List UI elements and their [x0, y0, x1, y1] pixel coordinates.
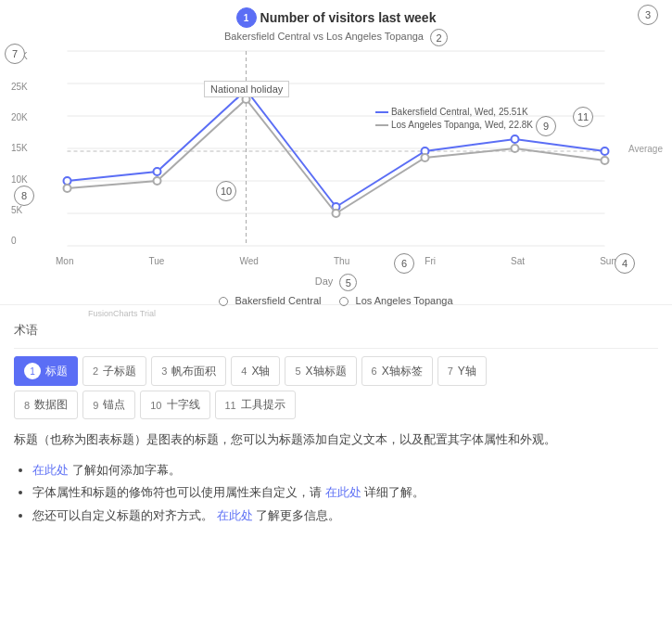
x-tue: Tue — [149, 256, 165, 266]
tab-11-num: 11 — [225, 400, 236, 411]
tab-3-label: 帆布面积 — [171, 364, 216, 379]
svg-point-16 — [64, 185, 71, 192]
tab-4-label: X轴 — [251, 364, 270, 379]
tab-5-num: 5 — [295, 365, 300, 377]
y-label-20k: 20K — [11, 112, 28, 122]
bottom-section: 术语 1 标题 2 子标题 3 帆布面积 4 X轴 5 X轴标题 6 X轴标签 … — [0, 313, 672, 537]
section-title: 术语 — [14, 322, 658, 339]
chart-legend: Bakersfield Central Los Angeles Topanga — [0, 295, 672, 306]
tab-6-label: X轴标签 — [382, 364, 423, 379]
bullet-1-text: 了解如何添加字幕。 — [72, 463, 181, 477]
chart-svg — [56, 51, 616, 246]
svg-point-19 — [333, 210, 340, 217]
tab-8-label: 数据图 — [34, 397, 68, 413]
chart-subtitle: Bakersfield Central vs Los Angeles Topan… — [224, 31, 424, 42]
badge-7: 7 — [5, 44, 25, 64]
tab-10[interactable]: 10 十字线 — [140, 391, 209, 419]
fusion-trial: FusionCharts Trial — [0, 309, 672, 318]
tab-2-label: 子标题 — [103, 364, 136, 379]
tab-6-num: 6 — [372, 365, 377, 377]
tab-9-num: 9 — [93, 400, 98, 411]
bullet-2-suffix: 详细了解。 — [364, 485, 425, 499]
tab-1-badge: 1 — [24, 363, 41, 379]
svg-point-9 — [64, 177, 71, 185]
tab-7[interactable]: 7 Y轴 — [437, 356, 487, 386]
tab-11-label: 工具提示 — [241, 397, 285, 413]
svg-point-21 — [512, 145, 519, 152]
svg-point-10 — [154, 168, 161, 175]
svg-point-20 — [422, 154, 429, 161]
y-label-15k: 15K — [11, 143, 28, 153]
tab-10-label: 十字线 — [167, 397, 200, 413]
tab-2[interactable]: 2 子标题 — [82, 356, 146, 386]
tab-8[interactable]: 8 数据图 — [14, 391, 78, 419]
y-label-5k: 5K — [11, 205, 28, 215]
tab-5-label: X轴标题 — [306, 364, 347, 379]
tab-3[interactable]: 3 帆布面积 — [151, 356, 226, 386]
tab-2-num: 2 — [93, 365, 98, 377]
svg-point-15 — [602, 147, 609, 155]
chart-area: National holiday 30K 25K 20K 15K 10K 5K … — [56, 51, 616, 246]
legend-series2: Los Angeles Topanga, Wed, 22.8K — [391, 120, 533, 130]
bullet-2-link[interactable]: 在此处 — [325, 485, 361, 499]
badge-4: 4 — [615, 253, 635, 274]
badge-10: 10 — [216, 181, 236, 201]
bullet-2: 字体属性和标题的修饰符也可以使用属性来自定义，请 在此处 详细了解。 — [32, 481, 658, 505]
x-wed: Wed — [240, 256, 259, 266]
y-label-10k: 10K — [11, 174, 28, 185]
badge-1: 1 — [236, 7, 257, 28]
tab-6[interactable]: 6 X轴标签 — [361, 356, 433, 386]
avg-label: Average — [628, 144, 663, 154]
tabs-row-2: 8 数据图 9 锚点 10 十字线 11 工具提示 — [14, 391, 658, 419]
y-label-25k: 25K — [11, 82, 28, 92]
bullet-3: 您还可以自定义标题的对齐方式。 在此处 了解更多信息。 — [32, 505, 658, 528]
legend-label-1: Bakersfield Central — [235, 295, 322, 306]
tab-1-label: 标题 — [45, 364, 68, 379]
badge-6: 6 — [394, 253, 414, 274]
bullet-1-link[interactable]: 在此处 — [32, 463, 69, 477]
tab-4[interactable]: 4 X轴 — [231, 356, 280, 386]
bullet-3-link[interactable]: 在此处 — [217, 508, 253, 522]
svg-point-22 — [602, 157, 609, 164]
x-fri: Fri — [425, 256, 436, 266]
bullet-2-prefix: 字体属性和标题的修饰符也可以使用属性来自定义，请 — [32, 485, 322, 499]
bullet-3-prefix: 您还可以自定义标题的对齐方式。 — [32, 508, 213, 522]
badge-9: 9 — [536, 116, 556, 136]
tabs-row-1: 1 标题 2 子标题 3 帆布面积 4 X轴 5 X轴标题 6 X轴标签 7 Y… — [14, 356, 658, 386]
x-sat: Sat — [511, 256, 525, 266]
tab-10-num: 10 — [150, 400, 161, 411]
chart-section: 3 1 Number of visitors last week Bakersf… — [0, 0, 672, 297]
x-mon: Mon — [56, 256, 73, 266]
svg-point-14 — [512, 135, 519, 143]
day-label: Day — [315, 276, 334, 287]
bullet-list: 在此处 了解如何添加字幕。 字体属性和标题的修饰符也可以使用属性来自定义，请 在… — [14, 459, 658, 528]
tab-9-label: 锚点 — [103, 397, 125, 413]
svg-point-17 — [154, 177, 161, 185]
tab-7-num: 7 — [448, 365, 453, 377]
tab-1[interactable]: 1 标题 — [14, 356, 78, 386]
divider-2 — [14, 348, 658, 349]
badge-2: 2 — [430, 29, 448, 46]
badge-8: 8 — [14, 186, 34, 206]
holiday-tooltip: National holiday — [204, 81, 289, 97]
badge-11: 11 — [573, 107, 593, 127]
tab-7-label: Y轴 — [458, 364, 476, 379]
tab-9[interactable]: 9 锚点 — [82, 391, 135, 419]
legend-circle-1 — [219, 297, 228, 306]
legend-series1: Bakersfield Central, Wed, 25.51K — [391, 107, 528, 117]
bullet-3-suffix: 了解更多信息。 — [256, 508, 340, 522]
tab-8-num: 8 — [24, 400, 30, 411]
description-text: 标题（也称为图表标题）是图表的标题，您可以为标题添加自定义文本，以及配置其字体属… — [14, 430, 658, 450]
x-thu: Thu — [334, 256, 349, 266]
legend-box: Bakersfield Central, Wed, 25.51K Los Ang… — [375, 107, 533, 130]
y-label-0: 0 — [11, 236, 28, 246]
tab-5[interactable]: 5 X轴标题 — [285, 356, 356, 386]
tab-11[interactable]: 11 工具提示 — [215, 391, 296, 419]
legend-circle-2 — [339, 297, 349, 306]
legend-label-2: Los Angeles Topanga — [356, 295, 453, 306]
bullet-1: 在此处 了解如何添加字幕。 — [32, 459, 658, 482]
tab-3-num: 3 — [161, 365, 167, 377]
tab-4-num: 4 — [241, 365, 247, 377]
badge-5: 5 — [339, 274, 357, 291]
chart-title: Number of visitors last week — [260, 10, 437, 25]
